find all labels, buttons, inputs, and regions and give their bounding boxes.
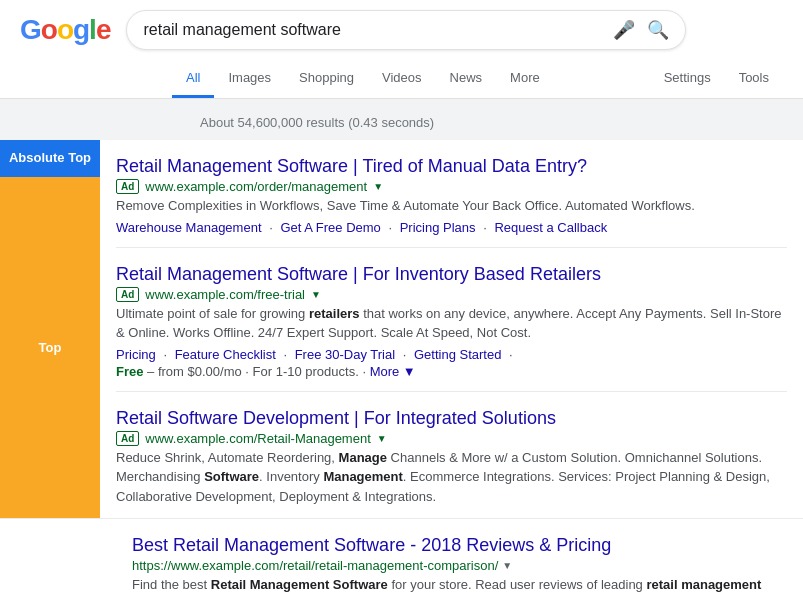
label-column: Absolute Top Top <box>0 140 100 518</box>
sitelink-getting-started[interactable]: Getting Started <box>414 347 501 362</box>
organic-spacer <box>16 519 116 597</box>
google-logo[interactable]: Google <box>20 14 110 46</box>
sitelink-callback[interactable]: Request a Callback <box>494 220 607 235</box>
results-count: About 54,600,000 results (0.43 seconds) <box>0 109 803 140</box>
free-label: Free <box>116 364 143 379</box>
header: Google 🎤 🔍 All Images Shopping Videos Ne… <box>0 0 803 99</box>
ad-result-1: Retail Management Software | Tired of Ma… <box>116 140 787 248</box>
ad-1-title[interactable]: Retail Management Software | Tired of Ma… <box>116 156 587 176</box>
nav-bar: All Images Shopping Videos News More Set… <box>20 60 783 98</box>
main: About 54,600,000 results (0.43 seconds) … <box>0 99 803 597</box>
organic-1-arrow[interactable]: ▼ <box>502 560 512 571</box>
ad-result-2: Retail Management Software | For Invento… <box>116 248 787 392</box>
ad-3-url: www.example.com/Retail-Management <box>145 431 370 446</box>
ad-badge-2: Ad <box>116 287 139 302</box>
nav-item-tools[interactable]: Tools <box>725 60 783 98</box>
results-column: Retail Management Software | Tired of Ma… <box>100 140 803 518</box>
ad-badge-1: Ad <box>116 179 139 194</box>
search-box[interactable]: 🎤 🔍 <box>126 10 686 50</box>
ad-3-title[interactable]: Retail Software Development | For Integr… <box>116 408 556 428</box>
sitelink-warehouse[interactable]: Warehouse Management <box>116 220 262 235</box>
results-wrapper: Absolute Top Top Retail Management Softw… <box>0 140 803 518</box>
organic-1-desc: Find the best Retail Management Software… <box>132 575 771 597</box>
sitelink-free-trial[interactable]: Free 30-Day Trial <box>295 347 395 362</box>
nav-item-all[interactable]: All <box>172 60 214 98</box>
ad-1-arrow[interactable]: ▼ <box>373 181 383 192</box>
top-label: Top <box>0 177 100 518</box>
ad-2-free-row: Free – from $0.00/mo · For 1-10 products… <box>116 364 787 379</box>
organic-wrapper: Best Retail Management Software - 2018 R… <box>0 518 803 597</box>
ad-result-3: Retail Software Development | For Integr… <box>116 392 787 519</box>
search-input[interactable] <box>143 21 605 39</box>
ad-1-sitelinks: Warehouse Management · Get A Free Demo ·… <box>116 220 787 235</box>
organic-1-url: https://www.example.com/retail/retail-ma… <box>132 558 498 573</box>
ad-3-url-row: Ad www.example.com/Retail-Management ▼ <box>116 431 787 446</box>
nav-item-shopping[interactable]: Shopping <box>285 60 368 98</box>
microphone-icon[interactable]: 🎤 <box>613 19 635 41</box>
nav-item-more[interactable]: More <box>496 60 554 98</box>
sitelink-feature-checklist[interactable]: Feature Checklist <box>175 347 276 362</box>
organic-result-1: Best Retail Management Software - 2018 R… <box>132 519 771 597</box>
organic-1-url-row: https://www.example.com/retail/retail-ma… <box>132 558 771 573</box>
ad-2-url: www.example.com/free-trial <box>145 287 305 302</box>
ad-2-url-row: Ad www.example.com/free-trial ▼ <box>116 287 787 302</box>
sitelink-demo[interactable]: Get A Free Demo <box>280 220 380 235</box>
organic-1-title[interactable]: Best Retail Management Software - 2018 R… <box>132 535 611 555</box>
ad-3-desc: Reduce Shrink, Automate Reordering, Mana… <box>116 448 787 507</box>
ad-2-title[interactable]: Retail Management Software | For Invento… <box>116 264 601 284</box>
ad-1-url: www.example.com/order/management <box>145 179 367 194</box>
nav-left: All Images Shopping Videos News More <box>172 60 554 98</box>
ad-1-desc: Remove Complexities in Workflows, Save T… <box>116 196 787 216</box>
nav-right: Settings Tools <box>650 60 783 98</box>
nav-item-videos[interactable]: Videos <box>368 60 436 98</box>
sitelink-pricing[interactable]: Pricing Plans <box>400 220 476 235</box>
ad-3-arrow[interactable]: ▼ <box>377 433 387 444</box>
ad-2-desc: Ultimate point of sale for growing retai… <box>116 304 787 343</box>
sitelink-ad2-pricing[interactable]: Pricing <box>116 347 156 362</box>
header-top: Google 🎤 🔍 <box>20 10 783 60</box>
nav-item-images[interactable]: Images <box>214 60 285 98</box>
search-icons: 🎤 🔍 <box>613 19 669 41</box>
organic-results: Best Retail Management Software - 2018 R… <box>116 519 787 597</box>
ad-badge-3: Ad <box>116 431 139 446</box>
ad-2-arrow[interactable]: ▼ <box>311 289 321 300</box>
absolute-top-label: Absolute Top <box>0 140 100 177</box>
ad-2-sitelinks: Pricing · Feature Checklist · Free 30-Da… <box>116 347 787 362</box>
search-icon[interactable]: 🔍 <box>647 19 669 41</box>
ad-1-url-row: Ad www.example.com/order/management ▼ <box>116 179 787 194</box>
more-link[interactable]: More ▼ <box>370 364 416 379</box>
nav-item-settings[interactable]: Settings <box>650 60 725 98</box>
nav-item-news[interactable]: News <box>436 60 497 98</box>
